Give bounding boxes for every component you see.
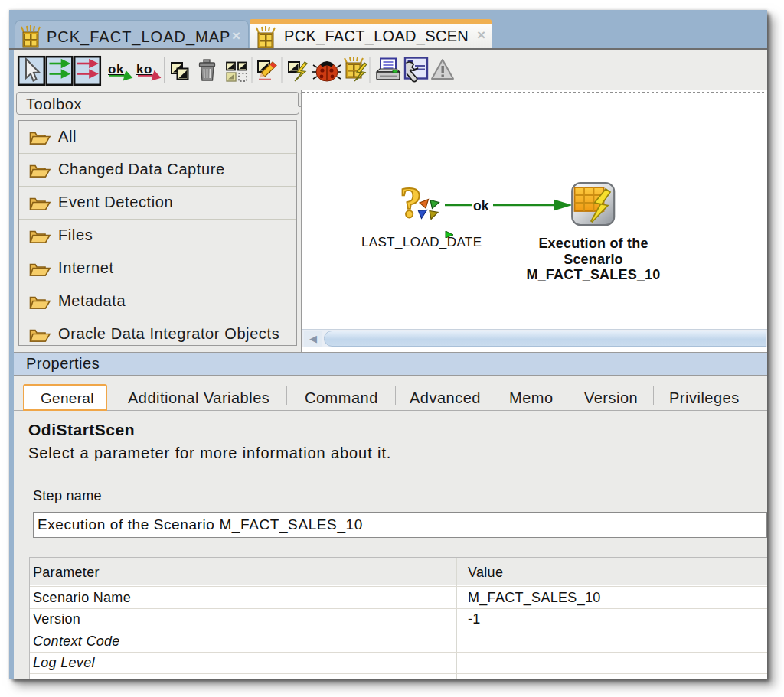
svg-text:?: ? bbox=[400, 186, 422, 226]
svg-text:ok: ok bbox=[473, 198, 489, 213]
